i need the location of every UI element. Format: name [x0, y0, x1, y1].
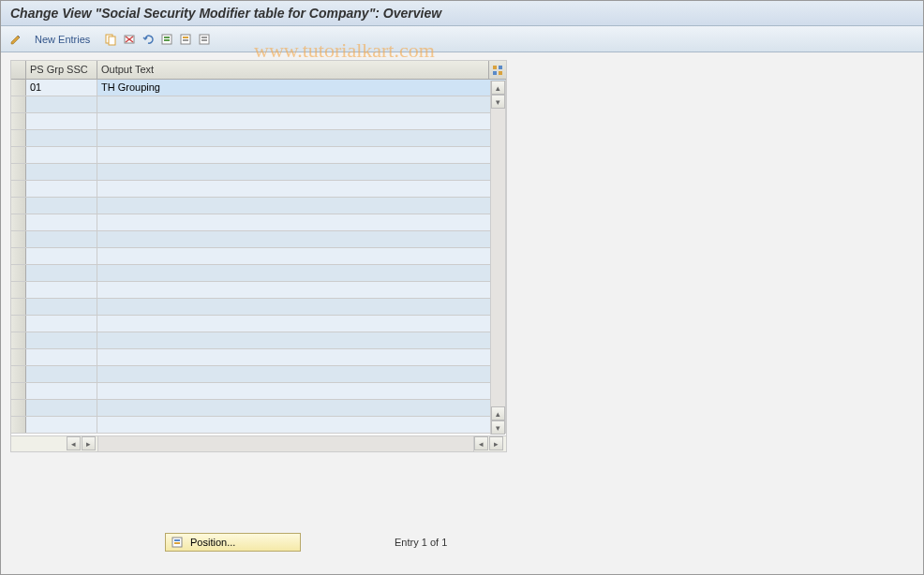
cell-output-text[interactable]: [97, 214, 506, 230]
cell-ps-grp-ssc[interactable]: [26, 400, 97, 416]
cell-output-text[interactable]: [97, 96, 506, 112]
table-row: [11, 130, 506, 147]
table-row: [11, 147, 506, 164]
cell-output-text[interactable]: [97, 231, 506, 247]
row-selector[interactable]: [11, 80, 26, 96]
scroll-down-icon-2[interactable]: ▾: [491, 420, 505, 435]
row-selector[interactable]: [11, 130, 26, 146]
cell-ps-grp-ssc[interactable]: [26, 366, 97, 382]
cell-output-text[interactable]: [97, 366, 506, 382]
cell-ps-grp-ssc[interactable]: [26, 164, 97, 180]
cell-ps-grp-ssc[interactable]: [26, 181, 97, 197]
toggle-edit-icon[interactable]: [8, 32, 23, 47]
table-settings-icon[interactable]: [489, 61, 506, 79]
row-selector[interactable]: [11, 282, 26, 298]
column-header-ps-grp-ssc[interactable]: PS Grp SSC: [26, 61, 97, 79]
new-entries-button[interactable]: New Entries: [31, 34, 94, 45]
cell-output-text[interactable]: TH Grouping: [97, 80, 506, 96]
undo-icon[interactable]: [141, 32, 156, 47]
scroll-left-icon-2[interactable]: ◂: [474, 436, 488, 450]
row-selector[interactable]: [11, 248, 26, 264]
select-block-icon[interactable]: [178, 32, 193, 47]
delete-icon[interactable]: [122, 32, 137, 47]
cell-ps-grp-ssc[interactable]: [26, 147, 97, 163]
row-selector[interactable]: [11, 214, 26, 230]
select-all-icon[interactable]: [159, 32, 174, 47]
copy-icon[interactable]: [103, 32, 118, 47]
cell-ps-grp-ssc[interactable]: [26, 299, 97, 315]
scroll-right-icon-2[interactable]: ▸: [489, 436, 503, 450]
row-selector[interactable]: [11, 400, 26, 416]
row-selector[interactable]: [11, 366, 26, 382]
table-row: [11, 248, 506, 265]
row-selector[interactable]: [11, 299, 26, 315]
cell-output-text[interactable]: [97, 147, 506, 163]
svg-rect-19: [174, 539, 180, 541]
row-selector[interactable]: [11, 96, 26, 112]
cell-output-text[interactable]: [97, 248, 506, 264]
row-selector[interactable]: [11, 316, 26, 332]
cell-ps-grp-ssc[interactable]: [26, 265, 97, 281]
row-selector[interactable]: [11, 147, 26, 163]
row-selector[interactable]: [11, 198, 26, 214]
cell-ps-grp-ssc[interactable]: [26, 316, 97, 332]
row-selector[interactable]: [11, 181, 26, 197]
cell-output-text[interactable]: [97, 400, 506, 416]
cell-ps-grp-ssc[interactable]: [26, 130, 97, 146]
svg-rect-17: [499, 71, 502, 75]
svg-rect-15: [499, 66, 502, 69]
deselect-all-icon[interactable]: [197, 32, 212, 47]
cell-ps-grp-ssc[interactable]: [26, 231, 97, 247]
cell-output-text[interactable]: [97, 332, 506, 348]
page-title: Change View "Social Security Modifier ta…: [1, 1, 923, 26]
cell-output-text[interactable]: [97, 383, 506, 399]
cell-ps-grp-ssc[interactable]: [26, 198, 97, 214]
cell-output-text[interactable]: [97, 198, 506, 214]
cell-output-text[interactable]: [97, 349, 506, 365]
svg-rect-20: [174, 542, 180, 544]
cell-ps-grp-ssc[interactable]: [26, 214, 97, 230]
position-icon: [171, 536, 185, 549]
cell-output-text[interactable]: [97, 299, 506, 315]
cell-output-text[interactable]: [97, 164, 506, 180]
cell-ps-grp-ssc[interactable]: [26, 332, 97, 348]
title-text: Change View "Social Security Modifier ta…: [10, 6, 441, 21]
scroll-right-icon[interactable]: ▸: [82, 436, 96, 450]
cell-ps-grp-ssc[interactable]: [26, 383, 97, 399]
position-button[interactable]: Position...: [165, 533, 301, 552]
scroll-left-icon[interactable]: ◂: [67, 436, 81, 450]
row-selector[interactable]: [11, 265, 26, 281]
cell-output-text[interactable]: [97, 113, 506, 129]
scroll-down-icon[interactable]: ▾: [491, 95, 505, 109]
cell-ps-grp-ssc[interactable]: [26, 113, 97, 129]
row-selector-header[interactable]: [11, 61, 26, 79]
row-selector[interactable]: [11, 113, 26, 129]
scroll-track[interactable]: [97, 436, 474, 451]
row-selector[interactable]: [11, 349, 26, 365]
row-selector[interactable]: [11, 332, 26, 348]
cell-output-text[interactable]: [97, 417, 506, 433]
cell-ps-grp-ssc[interactable]: [26, 282, 97, 298]
cell-ps-grp-ssc[interactable]: [26, 248, 97, 264]
row-selector[interactable]: [11, 383, 26, 399]
svg-rect-1: [109, 37, 115, 45]
cell-ps-grp-ssc[interactable]: [26, 96, 97, 112]
row-selector[interactable]: [11, 164, 26, 180]
vertical-scrollbar[interactable]: ▴ ▾ ▴ ▾: [490, 81, 505, 435]
cell-output-text[interactable]: [97, 130, 506, 146]
cell-output-text[interactable]: [97, 282, 506, 298]
column-header-output-text[interactable]: Output Text: [97, 61, 489, 79]
scroll-up-icon-2[interactable]: ▴: [491, 406, 505, 420]
cell-ps-grp-ssc[interactable]: 01: [26, 80, 97, 96]
row-selector[interactable]: [11, 417, 26, 433]
cell-ps-grp-ssc[interactable]: [26, 417, 97, 433]
cell-output-text[interactable]: [97, 316, 506, 332]
row-selector[interactable]: [11, 231, 26, 247]
cell-ps-grp-ssc[interactable]: [26, 349, 97, 365]
scroll-up-icon[interactable]: ▴: [491, 81, 505, 95]
toolbar: New Entries: [1, 26, 923, 52]
entry-count-text: Entry 1 of 1: [395, 537, 447, 548]
cell-output-text[interactable]: [97, 181, 506, 197]
horizontal-scrollbar[interactable]: ◂ ▸ ◂ ▸: [11, 435, 506, 451]
cell-output-text[interactable]: [97, 265, 506, 281]
